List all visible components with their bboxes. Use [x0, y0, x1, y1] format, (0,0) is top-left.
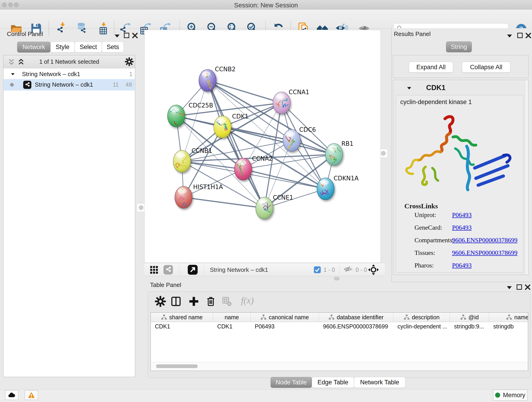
tab-style[interactable]: Style — [51, 42, 75, 52]
hidden-eye-icon[interactable] — [343, 265, 354, 274]
cell-name[interactable]: CDK1 — [213, 322, 251, 331]
collection-caret-down-icon[interactable] — [10, 71, 16, 77]
cell-database-identifier[interactable]: 9606.ENSP00000378699 — [319, 322, 393, 331]
string-network-badge-icon — [23, 80, 32, 89]
selected-checkbox-icon[interactable] — [313, 266, 321, 274]
cell-description[interactable]: cyclin-dependent ... — [393, 322, 450, 331]
results-panel-menu-caret-icon[interactable] — [506, 32, 513, 40]
protein-node-CCNE1[interactable]: CCNE1 — [256, 194, 293, 219]
column-header-description[interactable]: description — [393, 313, 450, 322]
results-scrollbar[interactable] — [525, 80, 528, 274]
warnings-button[interactable] — [25, 390, 38, 400]
protein-node-CDC25B[interactable]: CDC25B — [167, 102, 213, 129]
import-network-from-database-icon[interactable] — [75, 22, 88, 35]
node-label: CCNA2 — [252, 155, 273, 162]
network-canvas[interactable]: CCNB2 CCNA1 CDC25B CDK1 CDC6 RB1 — [144, 30, 381, 263]
edge[interactable] — [184, 169, 243, 197]
tab-network[interactable]: Network — [17, 42, 51, 52]
birdseye-crosshair-icon[interactable] — [368, 264, 379, 275]
control-panel-float-icon[interactable] — [123, 32, 131, 39]
table-panel-float-icon[interactable] — [515, 283, 523, 291]
bottom-statusbar — [0, 389, 532, 402]
control-panel-menu-caret-icon[interactable] — [113, 32, 121, 40]
table-panel-menu-caret-icon[interactable] — [505, 284, 513, 292]
protein-node-CCNA1[interactable]: CCNA1 — [273, 89, 309, 114]
cell-shared-name[interactable]: CDK1 — [151, 322, 213, 331]
tab-edge-table[interactable]: Edge Table — [312, 377, 354, 388]
column-header-@id[interactable]: @id — [450, 313, 489, 322]
crosslink-value-link[interactable]: P06493 — [452, 211, 472, 219]
node-table[interactable]: shared namenamecanonical namedatabase id… — [151, 313, 528, 371]
control-panel-title: Control Panel — [7, 31, 43, 38]
protein-node-CDKN1A[interactable]: CDKN1A — [315, 175, 359, 200]
column-header-shared-name[interactable]: shared name — [151, 313, 213, 322]
collapse-all-button[interactable]: Collapse All — [462, 62, 510, 73]
collection-count: 1 — [129, 71, 133, 77]
expand-all-button[interactable]: Expand All — [409, 62, 453, 73]
node-label: CCNE1 — [273, 194, 293, 201]
node-label: CDK1 — [232, 113, 249, 120]
protein-node-CDC6[interactable]: CDC6 — [279, 126, 316, 152]
network-view-statusbar: String Network – cdk1 1 - 0 0 - 0 — [144, 263, 385, 276]
crosslink-value-link[interactable]: 9606.ENSP00000378699 — [452, 236, 517, 244]
network-collection-row[interactable]: String Network – cdk1 1 — [4, 70, 135, 79]
protein-node-RB1[interactable]: RB1 — [325, 140, 353, 166]
bottom-splitter-handle[interactable] — [334, 277, 340, 280]
network-list-gear-icon[interactable] — [125, 57, 133, 66]
import-table-icon[interactable] — [97, 22, 109, 35]
memory-button[interactable]: Memory — [493, 390, 527, 401]
column-header-namespac[interactable]: namespac — [489, 313, 528, 322]
tab-string[interactable]: String — [446, 41, 472, 52]
network-row-selected[interactable]: String Network – cdk1 11 48 — [4, 79, 135, 90]
table-row[interactable]: CDK1CDK1P064939606.ENSP00000378699cyclin… — [151, 322, 528, 331]
crosslink-value-link[interactable]: P06493 — [452, 224, 472, 231]
table-panel-close-icon[interactable] — [524, 283, 532, 291]
memory-status-dot-icon — [495, 393, 500, 398]
gene-caret-down-icon[interactable] — [406, 85, 412, 91]
cloud-button[interactable] — [5, 390, 18, 400]
crosslinks-title: CrossLinks — [404, 202, 438, 210]
cell-namespac[interactable]: stringdb — [489, 322, 528, 331]
cloud-icon — [7, 391, 16, 399]
node-label: CDKN1A — [334, 175, 359, 182]
import-network-icon[interactable] — [56, 22, 68, 35]
table-hscrollbar[interactable] — [151, 362, 528, 370]
column-header-canonical-name[interactable]: canonical name — [251, 313, 319, 322]
cell-canonical-name[interactable]: P06493 — [251, 322, 319, 331]
gene-details-box: cyclin-dependent kinase 1 — [396, 95, 523, 273]
results-panel-float-icon[interactable] — [516, 32, 524, 39]
edge[interactable] — [208, 80, 282, 103]
node-layer: CCNB2 CCNA1 CDC25B CDK1 CDC6 RB1 — [167, 66, 359, 219]
tab-network-table[interactable]: Network Table — [354, 377, 405, 388]
delete-column-icon[interactable] — [205, 296, 216, 307]
network-selection-status: 1 of 1 Network selected — [3, 58, 135, 65]
table-gear-icon[interactable] — [155, 296, 166, 307]
crosslink-label: Pharos: — [414, 262, 434, 269]
node-label: CDC6 — [299, 126, 316, 133]
node-label: CDC25B — [189, 102, 213, 109]
crosslink-label: Tissues: — [414, 249, 435, 256]
control-panel-close-icon[interactable] — [131, 32, 139, 39]
column-header-name[interactable]: name — [213, 313, 251, 322]
share-network-icon[interactable] — [163, 265, 173, 275]
cell-@id[interactable]: stringdb:9... — [450, 322, 489, 331]
tab-sets[interactable]: Sets — [102, 42, 124, 52]
tab-node-table[interactable]: Node Table — [271, 377, 312, 388]
open-in-window-icon[interactable] — [187, 264, 198, 275]
edge[interactable] — [184, 197, 264, 208]
column-header-database-identifier[interactable]: database identifier — [319, 313, 393, 322]
tab-select[interactable]: Select — [75, 42, 102, 52]
network-graph[interactable]: CCNB2 CCNA1 CDC25B CDK1 CDC6 RB1 — [145, 30, 380, 263]
hidden-counts: 0 - 0 — [355, 267, 367, 273]
protein-node-HIST1H1A[interactable]: HIST1H1A — [175, 184, 223, 211]
crosslink-value-link[interactable]: 9606.ENSP00000378699 — [452, 249, 517, 256]
edge[interactable] — [243, 169, 326, 189]
results-buttons-box: Expand All Collapse All — [393, 55, 529, 78]
split-columns-icon[interactable] — [171, 296, 181, 307]
results-panel-close-icon[interactable] — [525, 32, 532, 39]
network-node-count: 11 — [113, 81, 119, 88]
table-tabbar: Node TableEdge TableNetwork Table — [271, 377, 405, 388]
add-column-icon[interactable] — [188, 296, 199, 307]
crosslink-value-link[interactable]: P06493 — [452, 262, 472, 269]
grid-view-icon[interactable] — [149, 265, 159, 275]
